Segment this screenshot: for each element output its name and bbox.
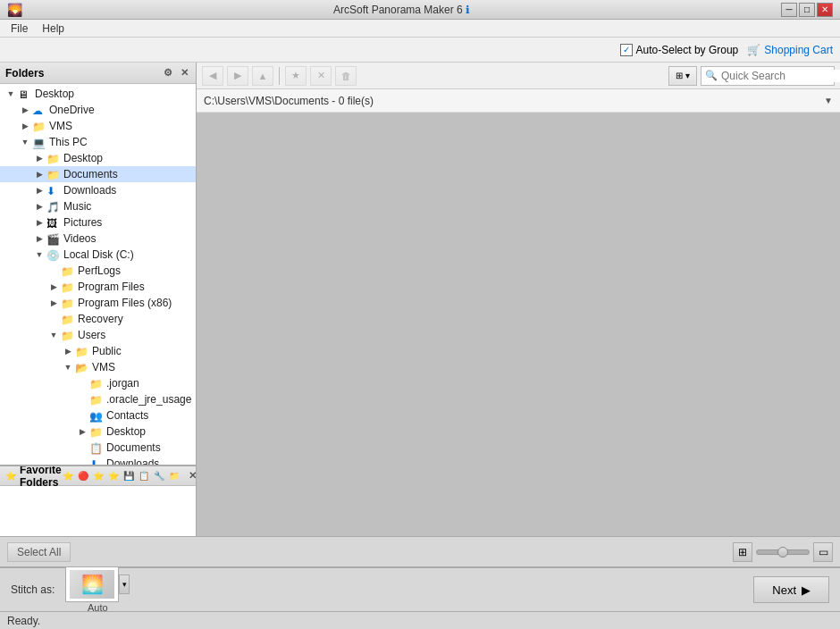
fav-icon-7[interactable]: 🔧 <box>153 470 165 482</box>
tree-item-progfilesx86[interactable]: ▶ 📁 Program Files (x86) <box>0 295 196 311</box>
favorite-folders-panel: ⭐ Favorite Folders ⭐ 🔴 ⭐ ⭐ 💾 📋 🔧 📁 ✕ <box>0 465 196 536</box>
expand-progfiles[interactable]: ▶ <box>46 280 61 294</box>
fav-icon-4[interactable]: ⭐ <box>107 470 120 482</box>
fav-icon-8[interactable]: 📁 <box>168 470 181 482</box>
expand-music[interactable]: ▶ <box>32 199 46 214</box>
fav-icon-1[interactable]: ⭐ <box>62 470 74 482</box>
expand-localdisk[interactable]: ▼ <box>32 247 46 262</box>
view-toggle-button[interactable]: ⊞ ▾ <box>668 66 697 86</box>
grid-view-button[interactable]: ⊞ <box>733 542 752 562</box>
maximize-button[interactable]: □ <box>799 3 815 17</box>
tree-item-music[interactable]: ▶ 🎵 Music <box>0 198 196 214</box>
users-icon: 📁 <box>61 330 75 341</box>
expand-documents[interactable]: ▶ <box>32 167 46 181</box>
cart-icon: 🛒 <box>747 44 760 56</box>
menu-help[interactable]: Help <box>35 21 71 37</box>
tree-item-progfiles[interactable]: ▶ 📁 Program Files <box>0 279 196 295</box>
tree-item-desktop-root[interactable]: ▼ 🖥 Desktop <box>0 86 196 102</box>
tree-item-users[interactable]: ▼ 📁 Users <box>0 327 196 343</box>
slider-track[interactable] <box>756 549 810 555</box>
tree-item-videos[interactable]: ▶ 🎬 Videos <box>0 231 196 247</box>
tree-item-public[interactable]: ▶ 📁 Public <box>0 343 196 359</box>
list-view-button[interactable]: ▭ <box>813 542 833 562</box>
expand-thispc[interactable]: ▼ <box>18 135 32 149</box>
tree-item-pictures[interactable]: ▶ 🖼 Pictures <box>0 214 196 231</box>
expand-onedrive[interactable]: ▶ <box>18 103 32 117</box>
expand-progfilesx86[interactable]: ▶ <box>46 296 61 310</box>
expand-desktop[interactable]: ▼ <box>4 87 18 101</box>
tree-item-jorgan[interactable]: 📁 .jorgan <box>0 375 196 391</box>
expand-pictures[interactable]: ▶ <box>32 215 46 230</box>
expand-vms-root[interactable]: ▶ <box>18 119 32 133</box>
tree-item-localdisk[interactable]: ▼ 💿 Local Disk (C:) <box>0 247 196 263</box>
progfilesx86-label: Program Files (x86) <box>78 297 172 309</box>
select-all-button[interactable]: Select All <box>7 542 71 562</box>
fav-icon-3[interactable]: ⭐ <box>92 470 105 482</box>
view-icons-group: ⊞ ▭ <box>733 542 833 562</box>
nav-back-button[interactable]: ◀ <box>202 66 223 86</box>
favorite-button[interactable]: ★ <box>285 66 307 86</box>
minimize-button[interactable]: ─ <box>781 3 797 17</box>
stitch-arrow-button[interactable]: ▾ <box>119 574 130 594</box>
search-input[interactable] <box>721 70 840 82</box>
tree-item-thispc[interactable]: ▼ 💻 This PC <box>0 134 196 150</box>
tree-item-vms-user[interactable]: ▼ 📂 VMS <box>0 359 196 375</box>
expand-public[interactable]: ▶ <box>61 344 75 358</box>
folders-panel-header: Folders ⚙ ✕ <box>0 63 196 84</box>
search-box: 🔍 ✕ <box>701 66 835 86</box>
tree-item-oracle[interactable]: 📁 .oracle_jre_usage <box>0 391 196 407</box>
menu-file[interactable]: File <box>4 21 35 37</box>
tree-item-contacts[interactable]: 👥 Contacts <box>0 407 196 424</box>
status-text: Ready. <box>7 615 40 627</box>
desktop-pc-label: Desktop <box>63 152 103 164</box>
expand-downloads[interactable]: ▶ <box>32 183 46 197</box>
downloads-user-icon: ⬇ <box>89 458 104 465</box>
pictures-label: Pictures <box>63 216 102 229</box>
tree-item-recovery[interactable]: 📁 Recovery <box>0 311 196 327</box>
star-icon-left: ⭐ <box>5 471 16 481</box>
documents-user-label: Documents <box>106 441 161 454</box>
window-controls: ─ □ ✕ <box>781 3 833 17</box>
stitch-preview-box: 🌅 <box>65 566 119 602</box>
videos-icon: 🎬 <box>46 233 61 245</box>
tree-item-documents[interactable]: ▶ 📁 Documents <box>0 166 196 182</box>
auto-select-checkbox[interactable] <box>620 44 633 56</box>
tree-item-desktop-pc[interactable]: ▶ 📁 Desktop <box>0 150 196 166</box>
panel-close-icon[interactable]: ✕ <box>178 67 190 80</box>
size-slider <box>756 549 810 555</box>
downloads-user-label: Downloads <box>106 457 159 465</box>
expand-desktop-pc[interactable]: ▶ <box>32 151 46 165</box>
toolbar-right: Auto-Select by Group 🛒 Shopping Cart <box>620 44 833 56</box>
delete-button[interactable]: ✕ <box>310 66 332 86</box>
tree-item-documents-user[interactable]: 📋 Documents <box>0 440 196 456</box>
nav-forward-button[interactable]: ▶ <box>227 66 248 86</box>
trash-button[interactable]: 🗑 <box>335 66 357 86</box>
fav-icon-6[interactable]: 📋 <box>138 470 150 482</box>
expand-desktop-user[interactable]: ▶ <box>75 424 89 439</box>
contacts-label: Contacts <box>106 409 148 422</box>
nav-up-button[interactable]: ▲ <box>252 66 273 86</box>
next-button[interactable]: Next ▶ <box>753 576 829 603</box>
file-area <box>197 113 840 536</box>
desktop-user-label: Desktop <box>106 425 146 438</box>
main-area: Folders ⚙ ✕ ▼ 🖥 Desktop ▶ ☁ OneDrive ▶ <box>0 63 840 536</box>
fav-panel-close[interactable]: ✕ <box>187 470 196 482</box>
info-icon[interactable]: ℹ <box>466 4 470 16</box>
expand-vms-user[interactable]: ▼ <box>61 360 75 374</box>
close-button[interactable]: ✕ <box>817 3 833 17</box>
tree-item-desktop-user[interactable]: ▶ 📁 Desktop <box>0 424 196 440</box>
slider-thumb[interactable] <box>777 547 788 558</box>
tree-item-onedrive[interactable]: ▶ ☁ OneDrive <box>0 102 196 118</box>
cart-label: Shopping Cart <box>764 44 833 56</box>
tree-item-downloads-user[interactable]: ⬇ Downloads <box>0 456 196 465</box>
fav-icon-5[interactable]: 💾 <box>122 470 135 482</box>
fav-icon-2[interactable]: 🔴 <box>77 470 89 482</box>
tree-item-downloads[interactable]: ▶ ⬇ Downloads <box>0 182 196 198</box>
tree-item-vms-root[interactable]: ▶ 📁 VMS <box>0 118 196 134</box>
tree-item-perflogs[interactable]: 📁 PerfLogs <box>0 263 196 279</box>
path-text: C:\Users\VMS\Documents - 0 file(s) <box>204 95 374 107</box>
shopping-cart-link[interactable]: 🛒 Shopping Cart <box>747 44 833 56</box>
expand-users[interactable]: ▼ <box>46 328 61 342</box>
expand-videos[interactable]: ▶ <box>32 231 46 246</box>
panel-settings-icon[interactable]: ⚙ <box>162 67 174 80</box>
